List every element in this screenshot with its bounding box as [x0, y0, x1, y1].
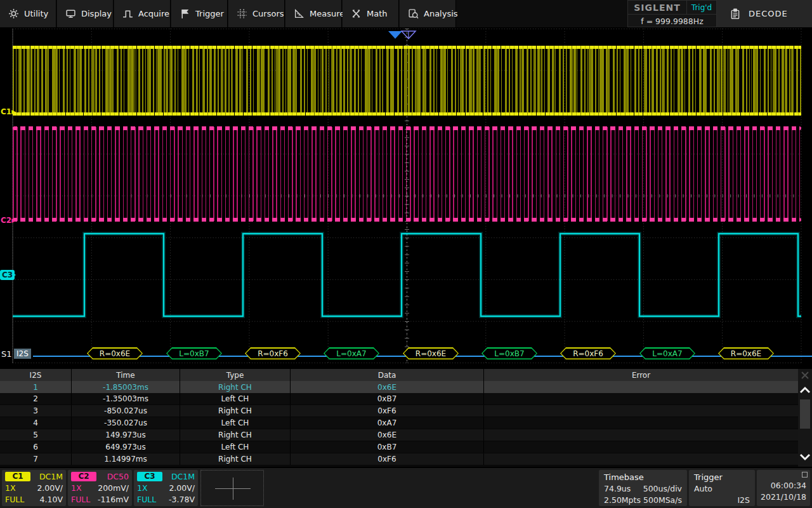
clock-date: 2021/10/18 — [761, 491, 806, 503]
menu-analysis[interactable]: Analysis — [400, 0, 456, 27]
measure-ruler-icon — [294, 8, 304, 19]
c3-offset-label[interactable]: C3 — [0, 270, 15, 280]
menu-cursors-label: Cursors — [252, 9, 284, 18]
c2-badge: C2 — [71, 472, 96, 481]
waveform-display[interactable]: C1▶ C2▶ C3 S1 I2S R=0x6E L=0xB7 R=0xF6 L… — [0, 29, 812, 363]
scrollbar-thumb[interactable] — [800, 399, 810, 429]
menu-acquire[interactable]: Acquire — [114, 0, 171, 27]
table-row[interactable]: 5149.973usRight CH0x6E — [0, 429, 798, 441]
analysis-magnifier-icon — [408, 8, 419, 19]
menubar: Utility Display Acquire Trigger Cursors … — [0, 0, 812, 29]
menu-display[interactable]: Display — [57, 0, 114, 27]
table-row[interactable]: 4-350.027usLeft CH0xA7 — [0, 417, 798, 429]
timebase-descriptor[interactable]: Timebase 74.9us500us/div 2.50Mpts500MSa/… — [599, 470, 687, 506]
decode-bubble: R=0xF6 — [245, 347, 301, 359]
channel-descriptor-c2[interactable]: C2DC50 1X200mV/ FULL-116mV — [68, 470, 132, 506]
table-row[interactable]: 71.14997msRight CH0xF6 — [0, 453, 798, 465]
table-row[interactable]: 3-850.027usRight CH0xF6 — [0, 405, 798, 417]
clock-box[interactable]: 06:00:34 2021/10/18 — [757, 470, 810, 506]
trigger-flag-icon — [180, 8, 190, 19]
table-row[interactable]: 6649.973usLeft CH0xB7 — [0, 441, 798, 453]
decode-bubble: R=0x6E — [718, 347, 774, 359]
table-row[interactable]: 1-1.85003msRight CH0x6E — [0, 381, 798, 393]
frequency-counter: f = 999.9988Hz — [628, 15, 716, 27]
empty-channel-slot[interactable] — [200, 470, 264, 506]
acquire-icon — [122, 8, 133, 19]
math-icon — [351, 8, 362, 19]
menu-acquire-label: Acquire — [138, 9, 169, 18]
scroll-down-button[interactable] — [798, 450, 812, 465]
menu-utility-label: Utility — [24, 9, 48, 18]
decode-bubble: L=0xB7 — [481, 347, 537, 359]
menu-utility[interactable]: Utility — [0, 0, 56, 27]
c3-wordselect-waveform — [0, 29, 812, 363]
statusbar: C1DC1M 1X2.00V/ FULL4.10V C2DC50 1X200mV… — [0, 468, 812, 508]
trigger-delay-marker — [388, 31, 402, 39]
bus-s1-label: S1 — [1, 349, 12, 359]
brand-status-box: SIGLENT Trig'd f = 999.9988Hz — [627, 0, 717, 27]
decode-tab[interactable]: DECODE — [717, 0, 812, 27]
timebase-title: Timebase — [604, 471, 682, 483]
menu-cursors[interactable]: Cursors — [228, 0, 285, 27]
display-icon — [65, 8, 76, 19]
trigger-status-badge: Trig'd — [687, 1, 716, 14]
c1-offset-label[interactable]: C1▶ — [1, 107, 16, 116]
menu-measure[interactable]: Measure — [285, 0, 342, 27]
decode-bubble: L=0xA7 — [639, 347, 695, 359]
decode-bubble: R=0x6E — [403, 347, 459, 359]
decode-table-header: I2S Time Type Data Error — [0, 369, 798, 381]
menu-measure-label: Measure — [310, 9, 344, 18]
scroll-up-button[interactable] — [798, 382, 812, 398]
decode-bubble: R=0x6E — [87, 347, 143, 359]
menu-math[interactable]: Math — [343, 0, 399, 27]
decode-tab-label: DECODE — [749, 9, 788, 18]
decode-bubble: R=0xF6 — [560, 347, 616, 359]
cursors-icon — [237, 8, 247, 19]
siglent-logo: SIGLENT — [628, 1, 687, 14]
menu-trigger[interactable]: Trigger — [171, 0, 228, 27]
table-scrollbar — [798, 369, 812, 467]
menu-analysis-label: Analysis — [424, 9, 458, 18]
menu-math-label: Math — [367, 9, 388, 18]
c1-badge: C1 — [5, 472, 30, 481]
bus-type-badge[interactable]: I2S — [14, 349, 31, 359]
trigger-descriptor[interactable]: Trigger Auto I2S — [689, 470, 755, 506]
menu-trigger-label: Trigger — [195, 9, 224, 18]
oscilloscope-screen: Utility Display Acquire Trigger Cursors … — [0, 0, 812, 508]
usb-indicator-icon — [802, 472, 808, 478]
decode-table: I2S Time Type Data Error 1-1.85003msRigh… — [0, 369, 812, 467]
gear-icon — [8, 8, 19, 19]
clock-time: 06:00:34 — [761, 480, 806, 491]
decode-bubble: L=0xB7 — [166, 347, 222, 359]
c3-badge: C3 — [137, 472, 162, 481]
clipboard-icon — [730, 8, 741, 20]
menu-display-label: Display — [81, 9, 112, 18]
channel-descriptor-c3[interactable]: C3DC1M 1X2.00V/ FULL-3.78V — [134, 470, 198, 506]
close-icon[interactable] — [798, 369, 812, 381]
c2-offset-label[interactable]: C2▶ — [1, 216, 16, 225]
channel-descriptor-c1[interactable]: C1DC1M 1X2.00V/ FULL4.10V — [2, 470, 66, 506]
table-row[interactable]: 2-1.35003msLeft CH0xB7 — [0, 393, 798, 405]
trigger-title: Trigger — [694, 471, 750, 483]
decode-bubble: L=0xA7 — [324, 347, 379, 359]
